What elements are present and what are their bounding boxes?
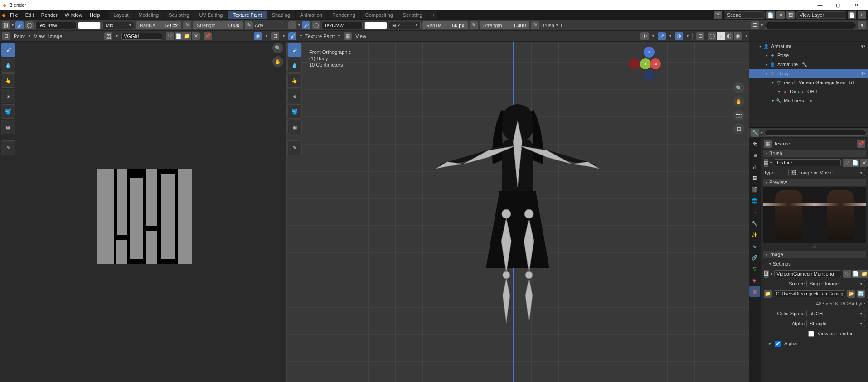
shade-solid-icon[interactable]: ● — [717, 32, 725, 40]
texture-paint-label[interactable]: Texture Paint — [305, 34, 335, 39]
tool-fill-3d[interactable]: 🪣 — [287, 104, 302, 119]
persp-ortho-icon[interactable]: ⊞ — [733, 123, 744, 134]
tab-shading[interactable]: Shading — [267, 11, 295, 19]
view-as-render-checkbox[interactable] — [808, 331, 814, 337]
advanced-label[interactable]: Adv — [255, 23, 263, 28]
texture-name-field[interactable] — [774, 159, 841, 166]
outliner-row[interactable]: ▾🔧Modifiers✦ — [749, 96, 868, 105]
ptab-particle[interactable]: ✨ — [749, 229, 760, 240]
tab-sculpting[interactable]: Sculpting — [164, 11, 194, 19]
pin-icon[interactable]: 📌 — [857, 140, 865, 148]
tool-clone[interactable]: ⍟ — [1, 89, 15, 103]
preview-panel-head[interactable]: ▾Preview — [763, 179, 866, 186]
shade-matpre-icon[interactable]: ◐ — [725, 32, 733, 40]
viewlayer-new-icon[interactable]: 📄 — [848, 11, 856, 19]
scene-delete-icon[interactable]: ✕ — [776, 11, 785, 19]
filepath-field[interactable] — [774, 290, 845, 297]
image-name-field[interactable]: VGGirl — [121, 33, 162, 40]
ptab-render[interactable]: 🖥 — [749, 150, 760, 161]
tool-mask-3d[interactable]: ▦ — [287, 120, 302, 134]
blend-mode-dropdown[interactable]: Mix▾ — [102, 22, 134, 29]
tex-browse-icon[interactable]: ▦ — [764, 159, 768, 167]
uv-image[interactable] — [97, 169, 192, 264]
radius-field[interactable]: Radius50 px — [136, 21, 181, 29]
tab-scripting[interactable]: Scripting — [398, 11, 427, 19]
strength-pressure-icon[interactable]: ✎ — [245, 21, 253, 29]
ptab-mesh[interactable]: ▽ — [749, 263, 760, 274]
image-fakeuser-icon[interactable]: ♡ — [166, 32, 174, 40]
brush-thumb-3d[interactable]: ◯ — [312, 21, 320, 29]
brush-thumb[interactable]: ◯ — [25, 21, 34, 29]
strength-field-3d[interactable]: Strength1.000 — [480, 21, 529, 29]
mode-dropdown-3d[interactable]: 🖌 — [288, 32, 296, 40]
alpha-dropdown[interactable]: Straight▾ — [806, 320, 865, 327]
image-pin-icon[interactable]: 📌 — [204, 32, 212, 40]
ptab-texture[interactable]: ▦ — [749, 286, 760, 297]
paintmask-icon[interactable]: ▦ — [344, 32, 352, 40]
texture-popover[interactable]: T — [560, 23, 563, 28]
brush-color-swatch-3d[interactable] — [364, 22, 387, 29]
tool-fill[interactable]: 🪣 — [1, 104, 15, 119]
tool-soften-3d[interactable]: 💧 — [287, 58, 302, 73]
outliner-row[interactable]: ▾▽Body👁 — [749, 69, 868, 78]
menu-edit[interactable]: Edit — [23, 11, 37, 19]
radius-field-3d[interactable]: Radius50 px — [422, 21, 468, 29]
image-menu[interactable]: Image — [48, 34, 63, 39]
image-name-prop-field[interactable] — [774, 270, 841, 277]
outliner-editor-type[interactable]: ☰ — [751, 21, 759, 29]
scene-field[interactable]: Scene — [724, 11, 765, 19]
tab-rendering[interactable]: Rendering — [328, 11, 360, 19]
viewlayer-field[interactable]: View Layer — [796, 11, 846, 19]
tex-new-icon[interactable]: 📄 — [851, 159, 859, 167]
brush-panel-head[interactable]: ▸Brush — [763, 150, 866, 157]
image-new-icon[interactable]: 📄 — [175, 32, 183, 40]
viewport-3d[interactable]: 🖌 💧 👆 ⍟ 🪣 ▦ ✎ Front Orthographic (1) Bod… — [286, 42, 749, 382]
tool-smear-3d[interactable]: 👆 — [287, 73, 302, 88]
overlay-toggle-icon[interactable]: ◑ — [675, 32, 683, 40]
brush-name-field[interactable]: TexDraw — [35, 22, 76, 29]
image-browse-icon[interactable]: 🖼 — [104, 32, 112, 40]
menu-file[interactable]: File — [7, 11, 21, 19]
camera-icon[interactable]: 📷 — [733, 110, 744, 121]
menu-help[interactable]: Help — [87, 11, 103, 19]
tool-annotate-3d[interactable]: ✎ — [287, 140, 302, 155]
viewlayer-delete-icon[interactable]: ✕ — [858, 11, 866, 19]
xray-icon[interactable]: ⊡ — [696, 32, 704, 40]
source-dropdown[interactable]: Single Image▾ — [806, 280, 865, 287]
outliner-row[interactable]: ▾▽result_VideomGamegirlMain_51 — [749, 78, 868, 87]
ptab-scene[interactable]: 🎬 — [749, 184, 760, 195]
tab-texture-paint[interactable]: Texture Paint — [228, 11, 266, 19]
gizmo-toggle-icon[interactable]: ↗ — [658, 32, 666, 40]
zoom-icon-3d[interactable]: 🔍 — [733, 82, 744, 93]
paint-menu[interactable]: Paint — [14, 34, 25, 39]
brush-name-field-3d[interactable]: TexDraw — [322, 22, 363, 29]
tab-add[interactable]: + — [428, 11, 437, 19]
tex-unlink-icon[interactable]: ✕ — [860, 159, 868, 167]
img-browse-icon[interactable]: 🖼 — [764, 270, 769, 278]
tool-draw[interactable]: 🖌 — [1, 43, 15, 57]
ptab-tool[interactable]: 🛠 — [749, 139, 760, 150]
outliner-row[interactable]: ▾👤Armature👁 — [749, 42, 868, 51]
shade-wire-icon[interactable]: ◯ — [708, 32, 716, 40]
scene-icon[interactable]: 🎬 — [714, 11, 722, 19]
image-unlink-icon[interactable]: ✕ — [192, 32, 200, 40]
tool-smear[interactable]: 👆 — [1, 73, 15, 88]
display-channels-icon[interactable]: ◉ — [254, 32, 262, 40]
viewlayer-icon[interactable]: 🖼 — [786, 11, 795, 19]
alpha-sub-label[interactable]: Alpha — [784, 341, 797, 346]
pan-icon-3d[interactable]: ✋ — [733, 96, 744, 107]
img-fakeuser-icon[interactable]: ♡ — [843, 270, 851, 278]
tab-uv-editing[interactable]: UV Editing — [194, 11, 227, 19]
tab-animation[interactable]: Animation — [296, 11, 327, 19]
outliner-search-input[interactable] — [765, 22, 856, 29]
img-new-icon[interactable]: 📄 — [852, 270, 860, 278]
shade-render-icon[interactable]: ◉ — [734, 32, 742, 40]
strength-field[interactable]: Strength1.000 — [193, 21, 243, 29]
radius-pressure-icon[interactable]: ✎ — [183, 21, 191, 29]
outliner-filter-icon[interactable]: ▼ — [858, 21, 866, 29]
tool-soften[interactable]: 💧 — [1, 58, 15, 73]
paint-mode-3d-icon[interactable]: 🖌 — [302, 21, 310, 29]
image-open-icon[interactable]: 📁 — [183, 32, 191, 40]
props-editor-type[interactable]: 🔧 — [751, 129, 759, 137]
menu-window[interactable]: Window — [62, 11, 85, 19]
